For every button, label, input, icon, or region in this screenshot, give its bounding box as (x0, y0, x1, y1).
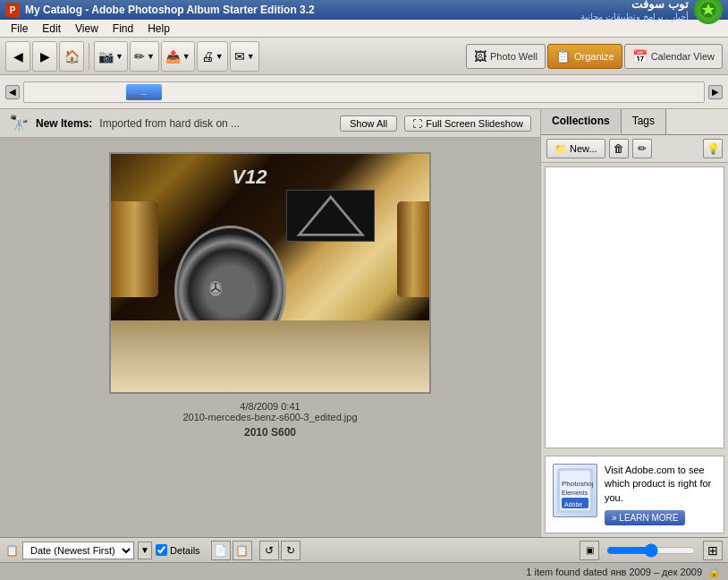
lightbulb-button[interactable]: 💡 (703, 139, 723, 158)
camera-dropdown-arrow: ▼ (115, 52, 123, 61)
svg-text:Photoshop: Photoshop (562, 480, 593, 488)
share-button[interactable]: 📤 ▼ (161, 41, 195, 72)
timeline-year: 2009 (126, 93, 144, 102)
pencil-icon: ✏ (638, 142, 647, 155)
status-text: 1 item found dated янв 2009 – дек 2009 (526, 567, 702, 577)
camera-button[interactable]: 📷 ▼ (94, 41, 128, 72)
svg-text:Adobe: Adobe (564, 501, 582, 508)
organize-view-button[interactable]: 📋 Organize (547, 44, 622, 69)
view-buttons: 🖼 Photo Well 📋 Organize 📅 Calendar View (466, 44, 723, 69)
forward-icon: ▶ (40, 49, 50, 64)
show-all-button[interactable]: Show All (340, 115, 397, 132)
organize-view-icon: 📋 (555, 49, 571, 64)
home-icon: 🏠 (64, 49, 80, 64)
new-icon: 📁 (554, 143, 567, 155)
tab-collections[interactable]: Collections (541, 109, 622, 134)
rotate-right-button[interactable]: ↻ (281, 541, 301, 560)
details-checkbox[interactable] (156, 544, 167, 556)
photo-frame[interactable]: V12 (109, 152, 431, 394)
shrink-view-button[interactable]: ▣ (580, 541, 599, 560)
edit-button[interactable]: ✏ ▼ (130, 41, 159, 72)
fullscreen-slideshow-button[interactable]: ⛶ Full Screen Slideshow (404, 115, 531, 132)
photo-well-label: Photo Well (490, 51, 538, 62)
v12-label: V12 (232, 166, 267, 189)
expand-view-button[interactable]: ⊞ (703, 541, 723, 560)
menu-edit[interactable]: Edit (35, 22, 68, 35)
status-icon: 🔒 (707, 566, 721, 578)
photo-well-button[interactable]: 🖼 Photo Well (466, 44, 546, 69)
menu-view[interactable]: View (68, 22, 106, 35)
menu-file[interactable]: File (4, 22, 35, 35)
photo-date: 4/8/2009 0:41 (182, 401, 357, 412)
rotate-right-icon: ↻ (286, 544, 295, 557)
sort-dropdown-arrow[interactable]: ▼ (138, 542, 152, 559)
separator-1 (89, 43, 89, 70)
photo-info: 4/8/2009 0:41 2010-mercedes-benz-s600-3_… (182, 401, 357, 439)
timeline: ◀ ... 2009 ▶ (0, 75, 728, 109)
organize-icon: 🖨 (201, 49, 214, 64)
menu-help[interactable]: Help (140, 22, 177, 35)
timeline-left-arrow[interactable]: ◀ (5, 85, 20, 99)
organize-dropdown-arrow: ▼ (216, 52, 224, 61)
panel-advertisement: Photoshop Elements Adobe Visit Adobe.com… (545, 456, 724, 533)
arabic-brand: توب سوفت (580, 0, 689, 12)
calendar-view-button[interactable]: 📅 Calendar View (624, 44, 723, 69)
timeline-bar[interactable]: ... 2009 (23, 81, 705, 103)
calendar-view-label: Calendar View (651, 51, 715, 62)
timeline-right-arrow[interactable]: ▶ (708, 85, 723, 99)
paste-button[interactable]: 📋 (233, 541, 252, 560)
back-icon: ◀ (13, 49, 23, 64)
photo-filename: 2010-mercedes-benz-s600-3_edited.jpg (182, 412, 357, 422)
trash-icon: 🗑 (614, 142, 624, 155)
panel-tabs: Collections Tags (541, 109, 728, 135)
organize-button[interactable]: 🖨 ▼ (197, 41, 228, 72)
sort-select[interactable]: Date (Newest First) (22, 542, 134, 559)
photoshop-elements-icon: Photoshop Elements Adobe (553, 464, 597, 517)
edit-icon: ✏ (134, 49, 145, 64)
arabic-subtext: أخبار . برامج وتطبيقات مجانية (580, 12, 689, 22)
menu-find[interactable]: Find (106, 22, 140, 35)
svg-text:Elements: Elements (562, 490, 588, 496)
new-items-bar: 🔭 New Items: Imported from hard disk on … (0, 109, 540, 138)
home-button[interactable]: 🏠 (59, 41, 84, 72)
edit-collection-button[interactable]: ✏ (632, 139, 652, 158)
forward-button[interactable]: ▶ (32, 41, 57, 72)
photo-label: 2010 S600 (182, 426, 357, 439)
camera-icon: 📷 (98, 49, 114, 64)
delete-collection-button[interactable]: 🗑 (609, 139, 629, 158)
new-collection-button[interactable]: 📁 New... (546, 139, 605, 158)
right-panel: Collections Tags 📁 New... 🗑 ✏ 💡 (540, 109, 728, 537)
new-items-text: Imported from hard disk on ... (99, 117, 240, 130)
new-items-label: New Items: (36, 117, 92, 130)
app-icon: P (5, 3, 20, 17)
back-button[interactable]: ◀ (5, 41, 30, 72)
copy-icon: 📄 (214, 544, 227, 557)
title-bar: P My Catalog - Adobe Photoshop Album Sta… (0, 0, 728, 20)
bottom-toolbar: 📋 Date (Newest First) ▼ Details 📄 📋 ↺ ↻ … (0, 537, 728, 562)
zoom-slider[interactable] (606, 543, 696, 558)
sort-icon: 📋 (5, 544, 19, 557)
share-icon: 📤 (165, 49, 181, 64)
details-checkbox-label: Details (156, 544, 200, 556)
window-title: My Catalog - Adobe Photoshop Album Start… (25, 4, 580, 16)
share-dropdown-arrow: ▼ (182, 52, 190, 61)
shrink-icon: ▣ (586, 545, 594, 555)
edit-dropdown-arrow: ▼ (147, 52, 155, 61)
copy-button[interactable]: 📄 (211, 541, 231, 560)
mercedes-emblem (209, 281, 222, 296)
rotate-left-button[interactable]: ↺ (259, 541, 279, 560)
photo-well-icon: 🖼 (474, 49, 487, 64)
tab-tags[interactable]: Tags (622, 109, 666, 134)
fullscreen-icon: ⛶ (412, 118, 422, 129)
panel-toolbar: 📁 New... 🗑 ✏ 💡 (541, 135, 728, 163)
email-button[interactable]: ✉ ▼ (230, 41, 259, 72)
binoculars-icon: 🔭 (9, 114, 29, 133)
photo-container: V12 (0, 138, 540, 537)
expand-icon: ⊞ (707, 543, 718, 558)
lightbulb-icon: 💡 (707, 142, 720, 155)
learn-more-button[interactable]: » LEARN MORE (605, 510, 685, 525)
email-icon: ✉ (234, 49, 245, 64)
details-label: Details (170, 545, 200, 556)
main-content: 🔭 New Items: Imported from hard disk on … (0, 109, 728, 537)
collections-list (545, 166, 724, 448)
